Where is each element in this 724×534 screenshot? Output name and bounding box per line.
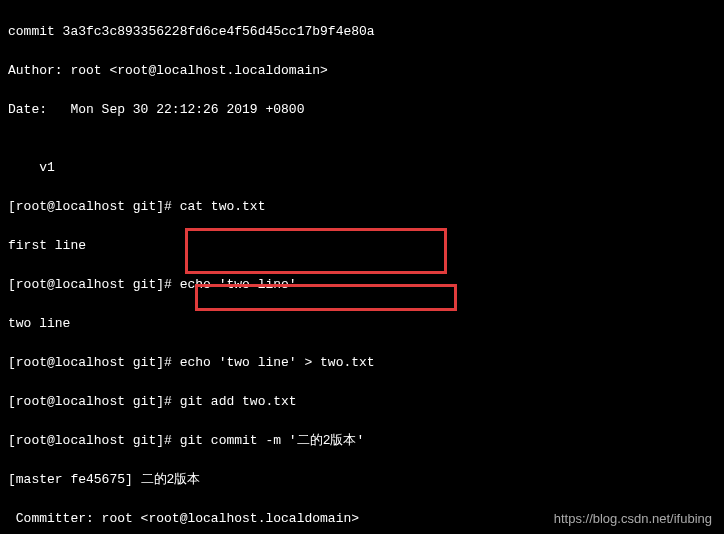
echo-command-line: [root@localhost git]# echo 'two line': [8, 275, 716, 295]
git-add-line: [root@localhost git]# git add two.txt: [8, 392, 716, 412]
watermark-text: https://blog.csdn.net/ifubing: [554, 511, 712, 526]
output-line: first line: [8, 236, 716, 256]
commit-hash-line: commit 3a3fc3c893356228fd6ce4f56d45cc17b…: [8, 22, 716, 42]
terminal-output[interactable]: commit 3a3fc3c893356228fd6ce4f56d45cc17b…: [0, 0, 724, 534]
author-line: Author: root <root@localhost.localdomain…: [8, 61, 716, 81]
output-line: two line: [8, 314, 716, 334]
cat-command-line: [root@localhost git]# cat two.txt: [8, 197, 716, 217]
commit-result-line: [master fe45675] 二的2版本: [8, 470, 716, 490]
git-commit-line: [root@localhost git]# git commit -m '二的2…: [8, 431, 716, 451]
echo-redirect-line: [root@localhost git]# echo 'two line' > …: [8, 353, 716, 373]
date-line: Date: Mon Sep 30 22:12:26 2019 +0800: [8, 100, 716, 120]
commit-msg-line: v1: [8, 158, 716, 178]
